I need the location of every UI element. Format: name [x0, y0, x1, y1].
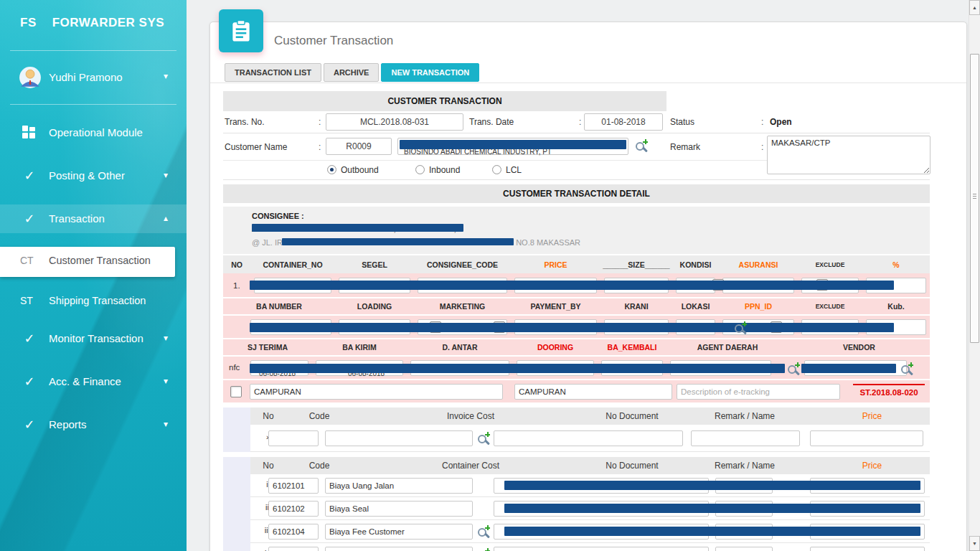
col-sj-terima: SJ TERIMA — [223, 343, 312, 352]
col-ba-kembali: BA_KEMBALI — [598, 343, 666, 352]
sidebar-item-shipping-transaction[interactable]: ST Shipping Transaction — [0, 287, 175, 316]
remark-textarea[interactable]: MAKASAR/CTP — [767, 136, 930, 174]
cost-code-input[interactable] — [268, 524, 319, 540]
sidebar-item-posting-other[interactable]: ✓ Posting & Other ▾ — [0, 161, 187, 190]
col-remark-name: Remark / Name — [675, 411, 814, 421]
ppn-search-icon[interactable] — [734, 321, 747, 334]
section-strip — [223, 408, 250, 452]
col-exclude: EXCLUDE — [798, 261, 862, 268]
col-ppn-id: PPN_ID — [719, 302, 798, 311]
tab-archive[interactable]: ARCHIVE — [324, 63, 380, 82]
status-label: Status — [670, 117, 694, 127]
col-container-no: CONTAINER_NO — [250, 260, 335, 269]
cost-price-input[interactable] — [810, 547, 925, 551]
sidebar-item-acc-finance[interactable]: ✓ Acc. & Finance ▾ — [0, 367, 187, 396]
redaction-bar — [250, 281, 894, 290]
col-d-antar: D. ANTAR — [407, 343, 513, 352]
redaction-bar — [282, 238, 514, 245]
invoice-cost-header: No Code Invoice Cost No Document Remark … — [250, 408, 930, 425]
tab-transaction-list[interactable]: TRANSACTION LIST — [225, 63, 321, 82]
invoice-code-input[interactable] — [268, 430, 319, 446]
radio-dot — [327, 165, 336, 174]
cost-name-input[interactable] — [325, 501, 473, 517]
col-asuransi: ASURANSI — [719, 260, 798, 269]
vertical-scrollbar[interactable]: ▲ ▼ — [969, 0, 980, 551]
cost-nodoc-input[interactable] — [494, 547, 709, 551]
col-remark-name: Remark / Name — [675, 461, 814, 471]
app-title: FORWARDER SYS — [52, 16, 164, 29]
colon: : — [319, 142, 321, 152]
consignee-block: CONSIGNEE : AGROTECH PESTICIDE INDUSTRY,… — [223, 207, 930, 254]
sidebar-item-transaction[interactable]: ✓ Transaction ▴ — [0, 204, 187, 233]
tab-new-transaction[interactable]: NEW TRANSACTION — [381, 63, 479, 82]
col-ba-kirim: BA KIRIM — [312, 343, 407, 352]
scroll-up-button[interactable]: ▲ — [969, 0, 980, 15]
mixed-checkbox[interactable] — [230, 386, 242, 397]
sidebar-item-operational-module[interactable]: Operational Module — [0, 118, 187, 147]
radio-inbound[interactable]: Inbound — [415, 165, 460, 175]
detail-header-row-2: BA NUMBER LOADING MARKETING PAYMENT_BY K… — [223, 297, 930, 314]
check-icon: ✓ — [22, 331, 37, 347]
customer-name-label: Customer Name — [225, 142, 287, 152]
col-agent-daerah: AGENT DAERAH — [666, 343, 788, 352]
section-strip — [223, 457, 250, 551]
cost-remark-input[interactable] — [715, 547, 773, 551]
chevron-down-icon: ▾ — [164, 170, 168, 180]
col-price: PRICE — [511, 260, 600, 269]
customer-search-icon[interactable] — [635, 139, 648, 152]
user-menu[interactable]: Yudhi Pramono ▾ — [0, 62, 187, 93]
invoice-price-input[interactable] — [810, 430, 923, 446]
invoice-nodoc-input[interactable] — [494, 430, 683, 446]
cost-name-input[interactable] — [325, 524, 473, 540]
cost-name-input[interactable] — [325, 478, 473, 494]
sidebar-item-reports[interactable]: ✓ Reports ▾ — [0, 410, 187, 439]
col-payment-by: PAYMENT_BY — [511, 302, 600, 311]
mixed-input-1[interactable] — [250, 384, 503, 400]
cost-name-input[interactable] — [325, 547, 473, 551]
cost-code-input[interactable] — [268, 501, 319, 517]
sidebar-item-customer-transaction[interactable]: CT Customer Transaction — [0, 247, 175, 277]
consignee-line2: @ JL. IR SUTAMI KOMPLEKS PERGUDANGAN TAM… — [252, 238, 930, 248]
cost-code-input[interactable] — [268, 547, 319, 551]
sidebar-subitem-label: Customer Transaction — [49, 255, 151, 266]
scroll-down-button[interactable]: ▼ — [969, 536, 980, 551]
scrollbar-grip — [973, 194, 976, 200]
cost-code-input[interactable] — [268, 478, 319, 494]
sidebar-item-monitor-transaction[interactable]: ✓ Monitor Transaction ▾ — [0, 324, 187, 353]
col-krani: KRANI — [600, 302, 672, 311]
col-price: Price — [814, 411, 930, 421]
invoice-search-icon[interactable] — [477, 432, 490, 445]
col-kondisi: KONDISI — [672, 260, 719, 269]
radio-dot — [492, 165, 501, 174]
col-consignee-code: CONSIGNEE_CODE — [414, 260, 511, 269]
invoice-remark-input[interactable] — [691, 430, 800, 446]
col-no: NO — [223, 260, 250, 269]
radio-outbound[interactable]: Outbound — [327, 165, 379, 175]
radio-outbound-label: Outbound — [341, 165, 379, 175]
colon: : — [579, 117, 581, 127]
app-logo: FSFORWARDER SYS — [20, 16, 164, 30]
tab-bar: TRANSACTION LISTARCHIVENEW TRANSACTION — [225, 63, 481, 82]
trans-date-input[interactable] — [584, 113, 663, 131]
container-cost-row: iv. — [250, 543, 930, 551]
etracking-input[interactable] — [677, 384, 840, 400]
chevron-down-icon: ▾ — [164, 376, 168, 386]
invoice-cost-input[interactable] — [325, 430, 473, 446]
detail-header-row-3: SJ TERIMA BA KIRIM D. ANTAR DOORING BA_K… — [223, 338, 930, 355]
sidebar: FSFORWARDER SYS Yudhi Pramono ▾ Operati — [0, 0, 187, 551]
cost-search-icon[interactable] — [477, 548, 490, 551]
agent-search-icon[interactable] — [787, 362, 800, 375]
col-segel: SEGEL — [335, 260, 414, 269]
col-container-cost: Container Cost — [352, 461, 589, 471]
mixed-input-2[interactable] — [514, 384, 672, 400]
col-lokasi: LOKASI — [672, 302, 719, 311]
customer-code-input[interactable] — [326, 138, 392, 155]
col-invoice-cost: Invoice Cost — [352, 411, 589, 421]
radio-lcl[interactable]: LCL — [492, 165, 522, 175]
cost-search-icon[interactable] — [477, 525, 490, 538]
scrollbar-thumb[interactable] — [970, 54, 979, 343]
remark-label: Remark — [670, 142, 700, 152]
vendor-search-icon[interactable] — [900, 362, 913, 375]
user-avatar-icon — [19, 66, 42, 89]
trans-no-input[interactable] — [326, 113, 463, 131]
